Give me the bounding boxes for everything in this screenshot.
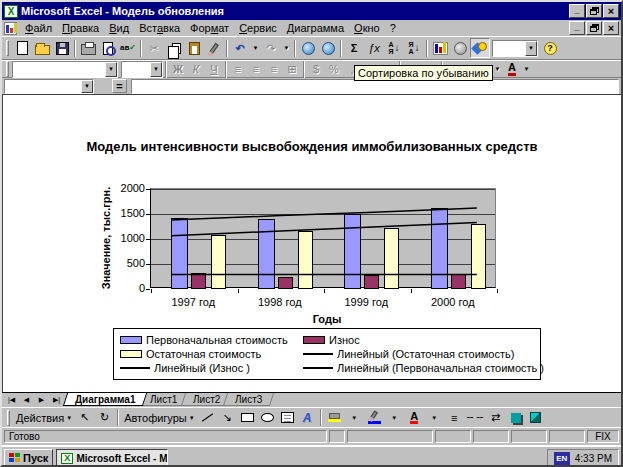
sheet-tab-Лист3[interactable]: Лист3: [223, 393, 275, 406]
first-sheet-button[interactable]: |◀: [4, 393, 19, 406]
toolbar-grip[interactable]: [6, 40, 9, 56]
sort-ascending-button[interactable]: АЯ↓: [384, 38, 404, 58]
line-color-dropdown[interactable]: ▼: [385, 409, 404, 426]
menu-Сервис[interactable]: Сервис: [234, 21, 282, 35]
dash-style-button[interactable]: ╌ ╌: [465, 409, 485, 426]
font-color-button[interactable]: А: [503, 61, 521, 77]
menu-Вставка[interactable]: Вставка: [134, 21, 185, 35]
arrow-style-button[interactable]: ⇄: [486, 409, 505, 426]
sort-descending-button[interactable]: ЯА↓: [404, 38, 424, 58]
align-left-button[interactable]: ≡: [229, 61, 247, 77]
taskbar-excel-task[interactable]: X Microsoft Excel - Мод...: [56, 449, 168, 467]
undo-button[interactable]: ↶: [230, 38, 250, 58]
autosum-button[interactable]: Σ: [344, 38, 364, 58]
restore-button[interactable]: [586, 4, 602, 18]
menu-Правка[interactable]: Правка: [57, 21, 104, 35]
autoshapes-menu[interactable]: Автофигуры▼: [122, 409, 197, 426]
merge-center-button[interactable]: ⊞: [283, 61, 301, 77]
oval-button[interactable]: [258, 409, 277, 426]
fill-color-button[interactable]: [325, 409, 344, 426]
font-color-button[interactable]: А: [405, 409, 424, 426]
copy-button[interactable]: [164, 38, 184, 58]
font-color-dropdown[interactable]: ▼: [521, 61, 532, 77]
help-button[interactable]: ?: [540, 38, 560, 58]
y-tick-label: 0: [105, 282, 145, 294]
excel-app-icon[interactable]: X: [4, 5, 18, 18]
chart-sheet[interactable]: Модель интенсивности высвобождения иммоб…: [2, 94, 621, 392]
font-size-combobox[interactable]: ▼: [121, 61, 163, 78]
wordart-button[interactable]: A: [298, 409, 317, 426]
prev-sheet-button[interactable]: ◀: [19, 393, 34, 406]
redo-button[interactable]: ↷: [261, 38, 281, 58]
underline-button[interactable]: Ч: [205, 61, 223, 77]
doc-restore-button[interactable]: [586, 21, 602, 35]
line-color-button[interactable]: [365, 409, 384, 426]
last-sheet-button[interactable]: ▶|: [49, 393, 64, 406]
shadow-button[interactable]: [506, 409, 525, 426]
italic-button[interactable]: К: [187, 61, 205, 77]
taskbar-clock[interactable]: 4:33 PM: [575, 453, 612, 464]
minimize-button[interactable]: _: [569, 4, 585, 18]
chart-wizard-button[interactable]: [430, 38, 450, 58]
select-objects-button[interactable]: ↖: [75, 409, 94, 426]
fill-color-dropdown[interactable]: ▼: [492, 61, 503, 77]
menu-Файл[interactable]: Файл: [20, 21, 57, 35]
font-size-dropdown-icon[interactable]: ▼: [150, 62, 162, 77]
align-center-button[interactable]: ≡: [247, 61, 265, 77]
toolbar-grip[interactable]: [6, 61, 9, 77]
print-preview-button[interactable]: [98, 38, 118, 58]
font-combobox[interactable]: ▼: [12, 61, 118, 78]
rectangle-button[interactable]: [238, 409, 257, 426]
text-box-button[interactable]: [278, 409, 297, 426]
zoom-combobox[interactable]: ▼: [492, 40, 538, 57]
start-button[interactable]: Пуск: [4, 449, 53, 467]
new-button[interactable]: [12, 38, 32, 58]
paste-function-button[interactable]: ƒx: [364, 38, 384, 58]
map-button[interactable]: [450, 38, 470, 58]
doc-close-button[interactable]: ×: [603, 21, 619, 35]
redo-dropdown[interactable]: ▼: [281, 38, 292, 58]
arrow-button[interactable]: ↘: [218, 409, 237, 426]
currency-button[interactable]: $: [307, 61, 325, 77]
title-bar[interactable]: X Microsoft Excel - Модель обновления _ …: [2, 2, 621, 20]
format-painter-button[interactable]: [204, 38, 224, 58]
menu-Вид[interactable]: Вид: [104, 21, 134, 35]
fill-color-icon: [328, 413, 341, 422]
spelling-button[interactable]: ав✓: [118, 38, 138, 58]
font-color-dropdown[interactable]: ▼: [425, 409, 444, 426]
zoom-dropdown-icon[interactable]: ▼: [525, 41, 537, 56]
menu-Диаграмма[interactable]: Диаграмма: [282, 21, 349, 35]
undo-dropdown[interactable]: ▼: [250, 38, 261, 58]
bold-button[interactable]: Ж: [169, 61, 187, 77]
close-button[interactable]: ×: [603, 4, 619, 18]
drawing-button[interactable]: [470, 38, 490, 58]
save-button[interactable]: [52, 38, 72, 58]
web-toolbar-button[interactable]: [318, 38, 338, 58]
percent-button[interactable]: %: [325, 61, 343, 77]
sheet-tab-Диаграмма1[interactable]: Диаграмма1: [63, 393, 148, 406]
print-button[interactable]: [78, 38, 98, 58]
fill-color-dropdown[interactable]: ▼: [345, 409, 364, 426]
name-box[interactable]: ▼: [4, 79, 94, 94]
3d-button[interactable]: [526, 409, 545, 426]
font-dropdown-icon[interactable]: ▼: [105, 62, 117, 77]
cut-button[interactable]: ✂: [144, 38, 164, 58]
free-rotate-button[interactable]: ↻: [95, 409, 114, 426]
name-box-dropdown-icon[interactable]: ▼: [81, 80, 93, 93]
align-right-button[interactable]: ≡: [265, 61, 283, 77]
workbook-icon[interactable]: [4, 22, 17, 35]
equals-button[interactable]: =: [112, 79, 127, 93]
next-sheet-button[interactable]: ▶: [34, 393, 49, 406]
toolbar-grip[interactable]: [7, 410, 10, 426]
menu-Окно[interactable]: Окно: [349, 21, 385, 35]
doc-minimize-button[interactable]: _: [569, 21, 585, 35]
line-button[interactable]: [198, 409, 217, 426]
insert-hyperlink-button[interactable]: [298, 38, 318, 58]
language-indicator[interactable]: EN: [554, 452, 570, 465]
open-button[interactable]: [32, 38, 52, 58]
menu-?[interactable]: ?: [385, 21, 401, 35]
menu-Формат[interactable]: Формат: [185, 21, 234, 35]
paste-button[interactable]: [184, 38, 204, 58]
line-style-button[interactable]: ≡: [445, 409, 464, 426]
draw-actions-menu[interactable]: Действия▼: [14, 409, 74, 426]
